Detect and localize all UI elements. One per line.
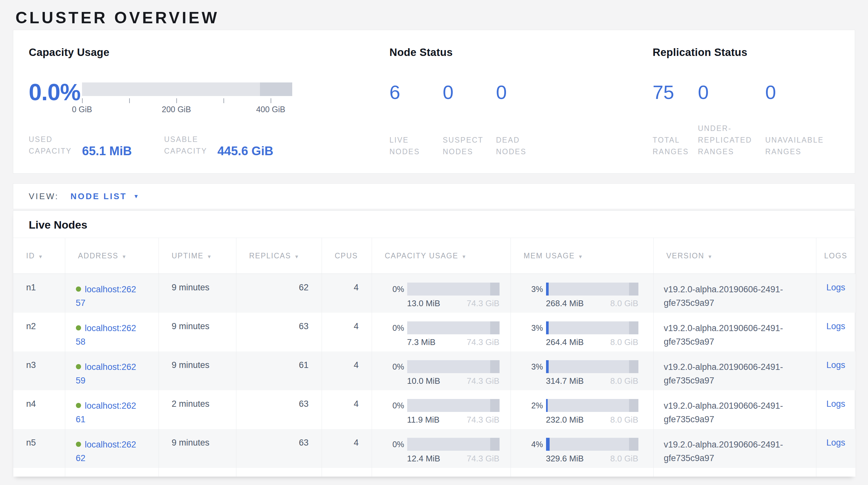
sort-desc-icon: ▼ (122, 254, 127, 259)
capacity-usage-cell: 0% 11.9 MiB 74.3 GiB (372, 390, 510, 429)
node-address-cell: localhost:26262 (65, 429, 159, 468)
logs-link[interactable]: Logs (826, 438, 845, 448)
live-nodes-title: Live Nodes (13, 211, 855, 238)
capacity-usage-cell: 0% 10.0 MiB 74.3 GiB (372, 351, 510, 390)
unavailable-ranges-count: 0 (765, 82, 855, 103)
axis-tick (82, 98, 83, 103)
mem-usage-cell: 3% 264.4 MiB 8.0 GiB (510, 313, 653, 351)
version-cell: v19.2.0-alpha.20190606-2491-gfe735c9a97 (653, 274, 816, 313)
chevron-down-icon: ▼ (133, 193, 140, 200)
live-nodes-stat: 6 LIVE NODES (390, 82, 443, 158)
mem-usage-cell: 3% 268.4 MiB 8.0 GiB (510, 274, 653, 313)
column-header-uptime[interactable]: UPTIME▼ (159, 238, 236, 274)
node-address-cell: localhost:26258 (65, 313, 159, 351)
logs-cell: Logs (816, 313, 856, 351)
total-ranges-count: 75 (653, 82, 698, 103)
capacity-usage-section: Capacity Usage 0.0% 0 GiB (29, 46, 390, 173)
replicas-cell: 62 (236, 274, 321, 313)
suspect-nodes-stat: 0 SUSPECT NODES (443, 82, 496, 158)
suspect-nodes-label: SUSPECT NODES (443, 134, 496, 158)
table-row: n2 localhost:26258 9 minutes 63 4 0% 7.3… (13, 313, 856, 351)
sort-desc-icon: ▼ (207, 254, 212, 259)
node-address-link[interactable]: localhost:26259 (76, 362, 136, 386)
node-id-cell: n5 (13, 429, 65, 468)
used-capacity-stat: USED CAPACITY 65.1 MiB (29, 134, 132, 157)
column-header-mem-usage[interactable]: MEM USAGE▼ (510, 238, 653, 274)
logs-cell: Logs (816, 429, 856, 468)
uptime-cell: 2 minutes (159, 390, 236, 429)
unavailable-ranges-label: UNAVAILABLE RANGES (765, 134, 855, 158)
used-capacity-value: 65.1 MiB (82, 144, 132, 158)
column-header-capacity-usage[interactable]: CAPACITY USAGE▼ (372, 238, 510, 274)
total-ranges-stat: 75 TOTAL RANGES (653, 82, 698, 158)
live-status-dot (76, 403, 81, 408)
replicas-cell: 63 (236, 429, 321, 468)
table-row: n3 localhost:26259 9 minutes 61 4 0% 10.… (13, 351, 856, 390)
table-row: n4 localhost:26261 2 minutes 63 4 0% 11.… (13, 390, 856, 429)
sort-desc-icon: ▼ (294, 254, 300, 259)
capacity-bar-tail (260, 82, 292, 96)
live-status-dot (76, 442, 81, 447)
node-address-link[interactable]: localhost:26257 (76, 285, 136, 308)
logs-link[interactable]: Logs (826, 321, 845, 331)
axis-tick (271, 98, 271, 103)
mem-usage-cell: 4% 329.6 MiB 8.0 GiB (510, 429, 653, 468)
under-replicated-ranges-count: 0 (698, 82, 765, 103)
node-address-link[interactable]: localhost:26258 (76, 323, 136, 347)
column-header-version[interactable]: VERSION▼ (653, 238, 816, 274)
axis-tick-label: 400 GiB (256, 105, 285, 114)
logs-link[interactable]: Logs (826, 360, 845, 370)
under-replicated-ranges-label: UNDER-REPLICATED RANGES (698, 122, 765, 158)
logs-link[interactable]: Logs (826, 283, 845, 292)
uptime-cell: 9 minutes (159, 313, 236, 351)
usable-capacity-label: USABLE CAPACITY (164, 134, 217, 157)
live-nodes-label: LIVE NODES (390, 134, 443, 158)
logs-cell: Logs (816, 274, 856, 313)
cpus-cell: 4 (321, 313, 372, 351)
node-status-section: Node Status 6 LIVE NODES 0 SUSPECT NODES… (390, 46, 653, 173)
capacity-axis: 0 GiB 200 GiB 400 GiB (82, 96, 292, 115)
version-cell: v19.2.0-alpha.20190606-2491-gfe735c9a97 (653, 351, 816, 390)
replicas-cell: 63 (236, 390, 321, 429)
used-capacity-label: USED CAPACITY (29, 134, 82, 157)
table-row: n1 localhost:26257 9 minutes 62 4 0% 13.… (13, 274, 856, 313)
node-list-dropdown-value: NODE LIST (70, 192, 127, 201)
axis-tick (223, 98, 224, 103)
mem-usage-cell: 3% 314.7 MiB 8.0 GiB (510, 351, 653, 390)
column-header-replicas[interactable]: REPLICAS▼ (236, 238, 321, 274)
axis-tick-label: 0 GiB (72, 105, 92, 114)
capacity-usage-cell: 0% 13.0 MiB 74.3 GiB (372, 274, 510, 313)
capacity-usage-bar (82, 82, 292, 96)
uptime-cell: 9 minutes (159, 274, 236, 313)
column-header-id[interactable]: ID▼ (13, 238, 65, 274)
column-header-logs: LOGS (816, 238, 856, 274)
replicas-cell: 63 (236, 313, 321, 351)
node-address-cell: localhost:26261 (65, 390, 159, 429)
version-cell: v19.2.0-alpha.20190606-2491-gfe735c9a97 (653, 390, 816, 429)
view-label: VIEW: (29, 192, 59, 201)
capacity-usage-gauge: 0 GiB 200 GiB 400 GiB (82, 82, 292, 115)
node-id-cell: n4 (13, 390, 65, 429)
sort-desc-icon: ▼ (708, 254, 713, 259)
mem-usage-cell: 2% 232.0 MiB 8.0 GiB (510, 390, 653, 429)
cpus-cell: 4 (321, 274, 372, 313)
page-title: CLUSTER OVERVIEW (13, 0, 855, 30)
cluster-summary-card: Capacity Usage 0.0% 0 GiB (13, 30, 855, 174)
node-address-link[interactable]: localhost:26262 (76, 440, 136, 463)
node-address-link[interactable]: localhost:26261 (76, 401, 136, 424)
replicas-cell: 61 (236, 351, 321, 390)
live-nodes-count: 6 (390, 82, 443, 103)
replication-status-section: Replication Status 75 TOTAL RANGES 0 UND… (653, 46, 854, 173)
table-header-row: ID▼ ADDRESS▼ UPTIME▼ REPLICAS▼ CPUS CAPA… (13, 238, 856, 274)
suspect-nodes-count: 0 (443, 82, 496, 103)
logs-link[interactable]: Logs (826, 399, 845, 409)
node-id-cell: n1 (13, 274, 65, 313)
dead-nodes-count: 0 (496, 82, 549, 103)
capacity-mini-bar (407, 399, 500, 412)
column-header-address[interactable]: ADDRESS▼ (65, 238, 159, 274)
node-list-dropdown[interactable]: NODE LIST ▼ (70, 192, 140, 201)
memory-mini-bar (546, 438, 639, 451)
cluster-overview-page: CLUSTER OVERVIEW Capacity Usage 0.0% (0, 0, 868, 485)
node-address-cell: localhost:26259 (65, 351, 159, 390)
axis-tick (176, 98, 177, 103)
